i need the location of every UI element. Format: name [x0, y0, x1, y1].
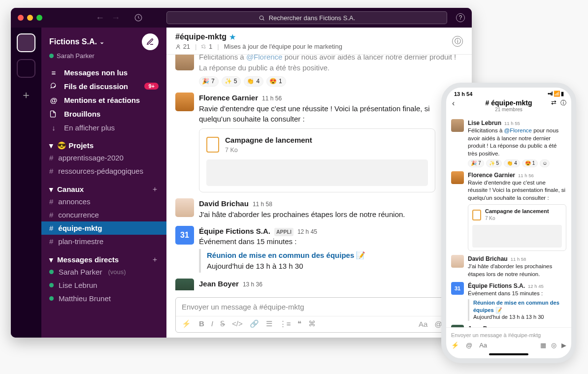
section-channels-header[interactable]: ▾ Canaux ＋	[41, 178, 166, 195]
quote-icon[interactable]: ❝	[297, 319, 301, 328]
add-workspace-button[interactable]: ＋	[21, 88, 32, 102]
back-button[interactable]: ‹	[452, 99, 455, 108]
info-icon[interactable]: ⓘ	[560, 99, 566, 107]
send-icon[interactable]: ▶	[561, 342, 566, 349]
dm-sarah-parker[interactable]: Sarah Parker(vous)	[41, 265, 166, 279]
message[interactable]: Jean Boyer13 h 36 Vous trouverez les not…	[175, 275, 463, 290]
search-input[interactable]: Rechercher dans Fictions S.A.	[166, 11, 447, 24]
reaction[interactable]: 👏4	[504, 159, 520, 167]
mobile-message-list[interactable]: Lise Lebrun11 h 55 Félicitations à @Flor…	[446, 116, 571, 327]
minimize-window-button[interactable]	[27, 15, 33, 21]
nav-mentions[interactable]: @ Mentions et réactions	[41, 93, 166, 107]
event-attachment[interactable]: Réunion de mise en commun des équipes 📝 …	[199, 249, 463, 273]
message[interactable]: David Brichau11 h 58 J'ai hâte d'aborder…	[175, 194, 463, 222]
help-icon[interactable]: ?	[456, 13, 465, 22]
nav-drafts[interactable]: Brouillons	[41, 107, 166, 121]
avatar[interactable]	[451, 119, 464, 132]
shortcuts-icon[interactable]: ⚡	[182, 319, 191, 328]
avatar[interactable]	[175, 55, 194, 70]
reaction[interactable]: 😍1	[266, 76, 286, 87]
channel-concurrence[interactable]: #concurrence	[41, 208, 166, 221]
message[interactable]: Félicitations à @Florence pour nous avoi…	[175, 55, 463, 89]
add-dm-button[interactable]: ＋	[151, 255, 159, 264]
reaction[interactable]: 😍1	[522, 159, 538, 167]
inline-link[interactable]: ici	[319, 290, 326, 290]
reaction[interactable]: ✨5	[222, 76, 241, 87]
user-mention[interactable]: @Florence	[246, 55, 283, 61]
nav-threads[interactable]: Fils de discussion 9+	[41, 79, 166, 93]
channel-title[interactable]: #équipe-mktg ★	[175, 32, 342, 41]
link-icon[interactable]: 🔗	[250, 319, 259, 328]
strike-icon[interactable]: S̶	[220, 319, 225, 328]
avatar[interactable]	[175, 279, 194, 290]
avatar[interactable]: 31	[175, 226, 194, 245]
message[interactable]: 31 Équipe Fictions S.A.12 h 45 Événement…	[451, 279, 566, 322]
maximize-window-button[interactable]	[36, 15, 42, 21]
message[interactable]: Lise Lebrun11 h 55 Félicitations à @Flor…	[451, 116, 566, 168]
channel-annonces[interactable]: #annonces	[41, 195, 166, 208]
bold-icon[interactable]: B	[199, 319, 204, 328]
message-author[interactable]: David Brichau	[468, 255, 508, 263]
format-icon[interactable]: Aa	[419, 320, 427, 328]
reaction[interactable]: ✨5	[486, 159, 502, 167]
format-icon[interactable]: Aa	[479, 342, 487, 349]
event-title[interactable]: Réunion de mise en commun des équipes	[473, 300, 559, 313]
add-reaction-button[interactable]: ☺	[540, 159, 550, 167]
reaction[interactable]: 🎉7	[468, 159, 484, 167]
avatar[interactable]	[175, 93, 194, 111]
avatar[interactable]: 31	[451, 282, 464, 295]
event-title[interactable]: Réunion de mise en commun des équipes	[207, 251, 354, 259]
compose-button[interactable]	[142, 33, 159, 50]
message-author[interactable]: Jean Boyer	[199, 279, 239, 289]
mobile-composer[interactable]: Envoyer un message à #équipe-mktg ⚡ @ Aa…	[446, 327, 571, 351]
avatar[interactable]	[451, 255, 464, 268]
channel-ressources-pedagogiques[interactable]: # ressources-pédagogiques	[41, 164, 166, 178]
message-composer[interactable]: Envoyer un message à #équipe-mktg ⚡ B I …	[175, 297, 463, 333]
nav-unreads[interactable]: ≡ Messages non lus	[41, 65, 166, 79]
italic-icon[interactable]: I	[211, 319, 213, 328]
reaction[interactable]: 🎉7	[199, 76, 219, 87]
filter-icon[interactable]: ⇄	[551, 99, 556, 107]
reaction[interactable]: 👏4	[244, 76, 263, 87]
nav-show-more[interactable]: ↓ En afficher plus	[41, 121, 166, 134]
message-author[interactable]: Équipe Fictions S.A.	[468, 282, 525, 290]
channel-plan-trimestre[interactable]: #plan-trimestre	[41, 235, 166, 248]
event-attachment[interactable]: Réunion de mise en commun des équipes 📝 …	[468, 299, 566, 321]
attach-icon[interactable]: ▦	[540, 342, 546, 349]
message-author[interactable]: David Brichau	[199, 198, 249, 209]
message-author[interactable]: Florence Garnier	[199, 93, 258, 103]
file-attachment[interactable]: Campagne de lancement 7 Ko	[199, 128, 435, 192]
codeblock-icon[interactable]: ⌘	[308, 319, 316, 328]
mention-icon[interactable]: @	[466, 342, 472, 349]
section-projects-header[interactable]: ▾ 😎 Projets	[41, 134, 166, 151]
code-icon[interactable]: </>	[232, 319, 243, 328]
channel-apprentissage-2020[interactable]: # apprentissage-2020	[41, 151, 166, 164]
forward-button[interactable]: →	[111, 13, 120, 23]
current-user[interactable]: Sarah Parker	[41, 52, 166, 65]
workspace-tile-2[interactable]	[17, 59, 35, 78]
file-attachment[interactable]: Campagne de lancement 7 Ko	[468, 204, 566, 250]
bullet-list-icon[interactable]: ⋮≡	[279, 319, 291, 328]
shortcuts-icon[interactable]: ⚡	[451, 342, 459, 349]
message[interactable]: Jean Boyer13 h 36 Vous trouverez les not…	[451, 322, 566, 327]
camera-icon[interactable]: ◎	[551, 342, 556, 349]
ordered-list-icon[interactable]: ☰	[266, 319, 272, 328]
user-mention[interactable]: @Florence	[504, 127, 532, 133]
message[interactable]: Florence Garnier11 h 56 Ravie d'entendre…	[451, 168, 566, 252]
message-author[interactable]: Équipe Fictions S.A.	[199, 226, 270, 237]
message[interactable]: 31 Équipe Fictions S.A. APPLI 12 h 45 Év…	[175, 222, 463, 275]
close-window-button[interactable]	[18, 15, 24, 21]
members-count[interactable]: 21	[175, 43, 190, 50]
avatar[interactable]	[451, 171, 464, 184]
section-dms-header[interactable]: ▾ Messages directs ＋	[41, 248, 166, 265]
channel-details-button[interactable]: ⓘ	[452, 36, 463, 47]
composer-input[interactable]: Envoyer un message à #équipe-mktg	[451, 331, 566, 340]
message[interactable]: David Brichau11 h 58 J'ai hâte d'aborder…	[451, 252, 566, 279]
message-list[interactable]: Félicitations à @Florence pour nous avoi…	[166, 55, 472, 290]
pins-count[interactable]: 1	[201, 43, 212, 50]
dm-matthieu-brunet[interactable]: Matthieu Brunet	[41, 292, 166, 305]
channel-equipe-mktg[interactable]: #équipe-mktg	[41, 221, 166, 235]
back-button[interactable]: ←	[96, 13, 104, 23]
star-icon[interactable]: ★	[229, 33, 236, 41]
message[interactable]: Florence Garnier11 h 56 Ravie d'entendre…	[175, 89, 463, 194]
